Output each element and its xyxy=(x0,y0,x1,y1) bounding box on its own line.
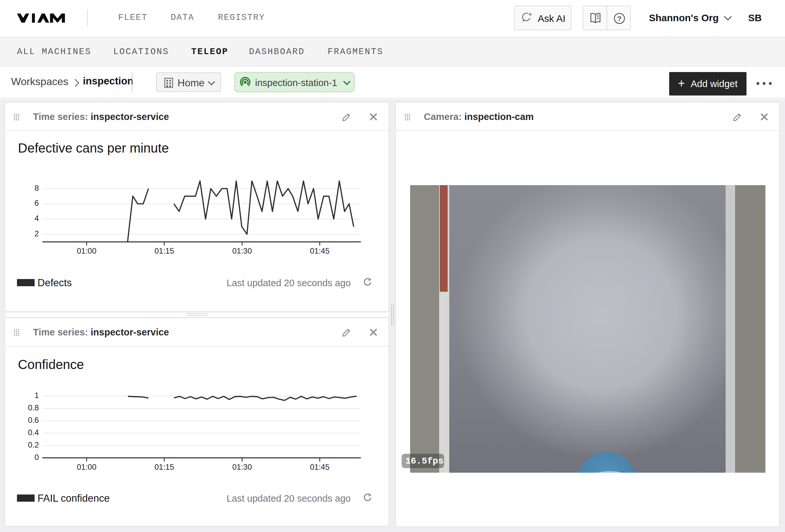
svg-text:0.4: 0.4 xyxy=(28,428,39,437)
svg-text:1: 1 xyxy=(34,391,39,400)
svg-text:0.6: 0.6 xyxy=(28,416,39,424)
svg-text:01:00: 01:00 xyxy=(77,462,96,471)
svg-text:01:15: 01:15 xyxy=(154,462,174,471)
svg-text:01:30: 01:30 xyxy=(232,246,252,255)
svg-text:01:00: 01:00 xyxy=(77,246,96,255)
svg-text:0.8: 0.8 xyxy=(28,403,39,412)
svg-text:2: 2 xyxy=(34,229,39,238)
svg-text:8: 8 xyxy=(34,184,39,192)
svg-text:01:45: 01:45 xyxy=(310,462,330,471)
svg-text:0.2: 0.2 xyxy=(28,441,39,449)
svg-text:?: ? xyxy=(617,15,622,23)
svg-text:6: 6 xyxy=(34,198,39,207)
svg-text:01:30: 01:30 xyxy=(232,462,252,471)
svg-text:01:15: 01:15 xyxy=(154,246,174,255)
svg-text:01:45: 01:45 xyxy=(310,246,330,255)
svg-text:4: 4 xyxy=(34,214,39,223)
svg-text:0: 0 xyxy=(34,453,39,461)
